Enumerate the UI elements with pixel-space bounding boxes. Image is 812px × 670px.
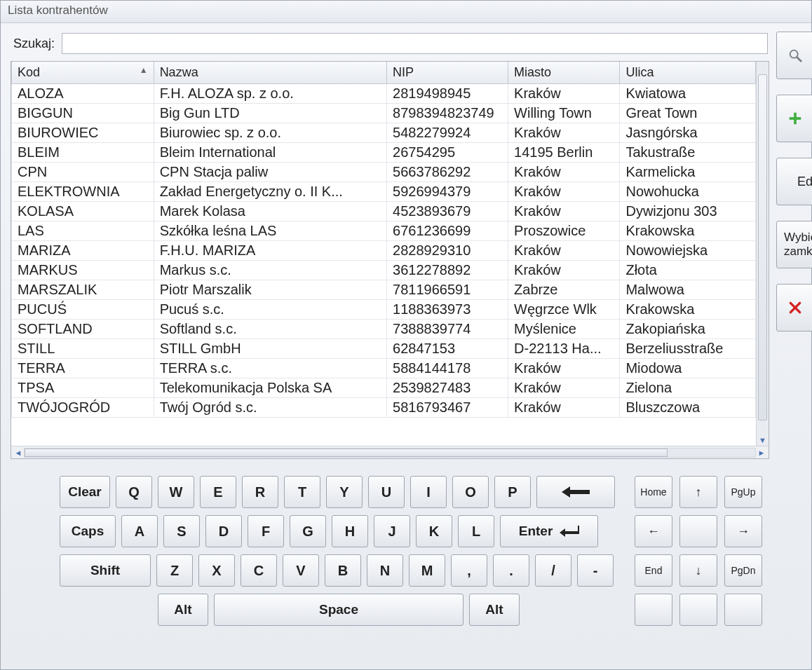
cell-ulica: Złota <box>620 261 756 280</box>
cell-miasto: Proszowice <box>508 221 620 241</box>
key--[interactable]: → <box>724 515 762 547</box>
search-button[interactable]: Szukaj <box>776 32 812 79</box>
scrollbar-thumb[interactable] <box>758 74 767 421</box>
key-clear[interactable]: Clear <box>60 476 110 508</box>
key-a[interactable]: A <box>121 515 158 547</box>
cell-nazwa: Telekomunikacja Polska SA <box>154 378 386 398</box>
key-y[interactable]: Y <box>326 476 363 508</box>
key-x[interactable]: X <box>198 554 235 587</box>
cell-nazwa: Markus s.c. <box>154 261 386 280</box>
cell-miasto: Kraków <box>508 202 620 221</box>
svg-marker-0 <box>562 486 590 498</box>
table-row[interactable]: STILLSTILL GmbH62847153D-22113 Ha...Berz… <box>12 339 756 359</box>
column-header-2[interactable]: NIP <box>387 62 508 84</box>
table-row[interactable]: SOFTLANDSoftland s.c.7388839774Myślenice… <box>12 320 756 339</box>
key-s[interactable]: S <box>163 515 200 547</box>
table-row[interactable]: BIGGUNBig Gun LTD8798394823749Willing To… <box>12 104 756 123</box>
cell-miasto: Kraków <box>508 123 620 143</box>
key-caps[interactable]: Caps <box>60 515 116 547</box>
search-input[interactable] <box>62 33 768 54</box>
column-header-4[interactable]: Ulica <box>620 62 756 84</box>
key-shift[interactable]: Shift <box>60 554 151 587</box>
table-row[interactable]: TPSATelekomunikacja Polska SA2539827483K… <box>12 378 756 398</box>
key-k[interactable]: K <box>416 515 452 547</box>
key--[interactable]: / <box>535 554 571 587</box>
cell-kod: STILL <box>12 339 154 359</box>
key-space[interactable]: Space <box>214 594 463 626</box>
plus-icon <box>787 111 804 126</box>
key-q[interactable]: Q <box>116 476 152 508</box>
cell-nazwa: Twój Ogród s.c. <box>154 398 386 418</box>
key-m[interactable]: M <box>409 554 445 587</box>
vertical-scrollbar[interactable]: ▼ <box>756 62 769 446</box>
table-row[interactable]: TERRATERRA s.c.5884144178KrakówMiodowa <box>12 359 756 378</box>
key-o[interactable]: O <box>452 476 489 508</box>
table-row[interactable]: MARKUSMarkus s.c.3612278892KrakówZłota <box>12 261 756 280</box>
key-blank[interactable] <box>679 515 717 547</box>
horizontal-scrollbar[interactable]: ◄ ► <box>11 446 769 458</box>
cell-nip: 3612278892 <box>387 261 508 280</box>
key-w[interactable]: W <box>158 476 194 508</box>
key-c[interactable]: C <box>241 554 277 587</box>
table-row[interactable]: MARSZALIKPiotr Marszalik7811966591Zabrze… <box>12 280 756 300</box>
column-header-3[interactable]: Miasto <box>508 62 620 84</box>
key-backspace[interactable] <box>536 476 615 508</box>
key-alt[interactable]: Alt <box>158 594 208 626</box>
key-u[interactable]: U <box>368 476 405 508</box>
key-r[interactable]: R <box>242 476 278 508</box>
table-row[interactable]: ELEKTROWNIAZakład Energetyczny o. II K..… <box>12 182 756 202</box>
key-n[interactable]: N <box>367 554 403 587</box>
table-row[interactable]: MARIZAF.H.U. MARIZA2828929310KrakówNowow… <box>12 241 756 261</box>
key-alt[interactable]: Alt <box>469 594 520 626</box>
key-pgup[interactable]: PgUp <box>724 476 762 508</box>
key-blank[interactable] <box>724 594 762 626</box>
key-d[interactable]: D <box>205 515 242 547</box>
key-z[interactable]: Z <box>156 554 193 587</box>
key-f[interactable]: F <box>248 515 284 547</box>
key-l[interactable]: L <box>458 515 494 547</box>
key-i[interactable]: I <box>410 476 447 508</box>
add-button[interactable]: Dodaj... <box>776 95 812 142</box>
key-blank[interactable] <box>679 594 717 626</box>
key-v[interactable]: V <box>283 554 319 587</box>
key-b[interactable]: B <box>325 554 361 587</box>
key-t[interactable]: T <box>284 476 320 508</box>
key-blank[interactable] <box>635 594 672 626</box>
key--[interactable]: ↑ <box>679 476 717 508</box>
key--[interactable]: ↓ <box>679 554 717 587</box>
column-header-1[interactable]: Nazwa <box>154 62 386 84</box>
window-title: Lista kontrahentów <box>1 1 811 23</box>
hscroll-thumb[interactable] <box>25 449 668 457</box>
key-e[interactable]: E <box>200 476 236 508</box>
key-home[interactable]: Home <box>635 476 672 508</box>
key--[interactable]: - <box>577 554 614 587</box>
key--[interactable]: . <box>493 554 529 587</box>
key-p[interactable]: P <box>494 476 531 508</box>
table-row[interactable]: KOLASAMarek Kolasa4523893679KrakówDywizj… <box>12 202 756 221</box>
table-row[interactable]: ALOZAF.H. ALOZA sp. z o.o.2819498945Krak… <box>12 84 756 104</box>
cell-nazwa: Biurowiec sp. z o.o. <box>154 123 386 143</box>
close-button[interactable]: Zamknij <box>776 284 812 331</box>
table-row[interactable]: LASSzkółka leśna LAS6761236699Proszowice… <box>12 221 756 241</box>
edit-button[interactable]: Edytuj... <box>776 158 812 205</box>
cell-kod: SOFTLAND <box>12 320 154 339</box>
key-end[interactable]: End <box>635 554 672 587</box>
column-header-0[interactable]: Kod▲ <box>12 62 154 84</box>
table-row[interactable]: BIUROWIECBiurowiec sp. z o.o.5482279924K… <box>12 123 756 143</box>
select-and-close-button[interactable]: Wybierz i zamknij <box>776 221 812 268</box>
scrollbar-down-icon[interactable]: ▼ <box>757 436 769 444</box>
table-row[interactable]: PUCUŚPucuś s.c.1188363973Węgrzce WlkKrak… <box>12 300 756 320</box>
key-pgdn[interactable]: PgDn <box>724 554 762 587</box>
scrollbar-left-icon[interactable]: ◄ <box>13 449 24 457</box>
key--[interactable]: , <box>451 554 487 587</box>
key-enter[interactable]: Enter <box>500 515 598 547</box>
key-g[interactable]: G <box>290 515 326 547</box>
key--[interactable]: ← <box>635 515 672 547</box>
scrollbar-right-icon[interactable]: ► <box>756 449 767 457</box>
table-row[interactable]: BLEIMBleim International2675429514195 Be… <box>12 143 756 163</box>
table-row[interactable]: TWÓJOGRÓDTwój Ogród s.c.5816793467Kraków… <box>12 398 756 418</box>
key-h[interactable]: H <box>332 515 368 547</box>
key-j[interactable]: J <box>374 515 410 547</box>
table-row[interactable]: CPNCPN Stacja paliw5663786292KrakówKarme… <box>12 163 756 182</box>
cell-nip: 5663786292 <box>387 163 508 182</box>
